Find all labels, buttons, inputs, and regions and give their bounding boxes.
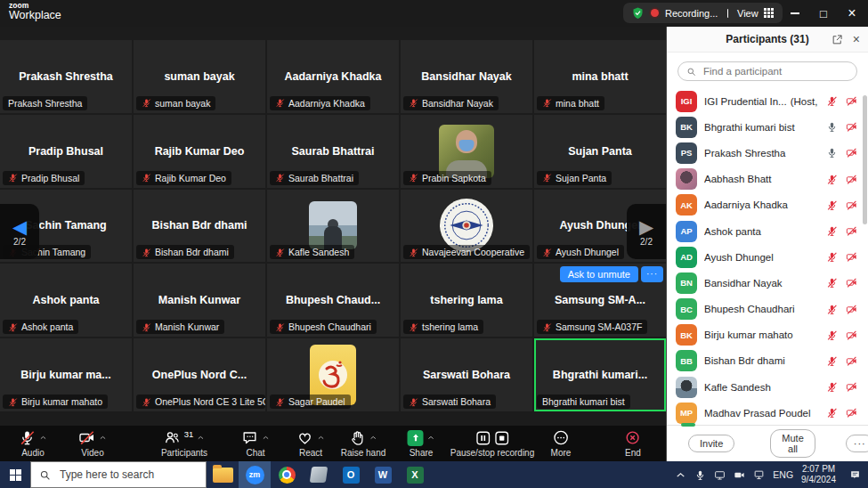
participant-row[interactable]: BB Bishan Bdr dhami — [667, 348, 868, 374]
react-button[interactable]: React — [296, 429, 325, 458]
maximize-button[interactable]: □ — [809, 0, 838, 27]
video-tile[interactable]: Bishan Bdr dhami Bishan Bdr dhami — [134, 190, 265, 263]
taskbar-chrome[interactable] — [271, 461, 303, 488]
participant-row[interactable]: PS Prakash Shrestha — [667, 140, 868, 166]
mic-muted-icon[interactable] — [826, 277, 838, 289]
video-tile[interactable]: Rajib Kumar Deo Rajib Kumar Deo — [134, 115, 265, 188]
minimize-button[interactable] — [781, 0, 809, 27]
taskbar-zoom-app[interactable]: zm — [239, 461, 271, 488]
hidden-icons-chevron[interactable] — [675, 469, 686, 481]
close-button[interactable]: × — [838, 0, 866, 27]
tray-mic-icon[interactable] — [694, 469, 706, 481]
chevron-up-icon[interactable] — [99, 434, 107, 442]
taskbar-app[interactable] — [303, 461, 335, 488]
video-tile[interactable]: suman bayak suman bayak — [134, 40, 265, 113]
taskbar-word[interactable]: W — [367, 461, 399, 488]
mic-muted-icon[interactable] — [826, 95, 838, 107]
video-tile[interactable]: Kafle Sandesh — [267, 190, 399, 263]
mic-on-icon[interactable] — [826, 121, 838, 133]
participants-button[interactable]: 31 Participants — [161, 429, 207, 458]
end-meeting-button[interactable]: End — [625, 429, 641, 458]
view-button[interactable]: View — [728, 3, 783, 23]
start-button[interactable] — [0, 461, 30, 488]
video-tile[interactable]: OnePlus Nord C... OnePlus Nord CE 3 Lite… — [134, 338, 265, 411]
language-indicator[interactable]: ENG — [773, 469, 793, 480]
mute-all-button[interactable]: Mute all — [770, 429, 815, 458]
chevron-up-icon[interactable] — [39, 434, 47, 442]
chat-button[interactable]: Chat — [241, 429, 270, 458]
tile-more-options-button[interactable]: ··· — [641, 266, 663, 282]
panel-more-button[interactable]: ··· — [846, 435, 868, 452]
mic-on-icon[interactable] — [826, 147, 838, 159]
stop-recording-icon[interactable] — [493, 430, 509, 446]
video-tile-active-speaker[interactable]: Bhgrathi kumari... Bhgrathi kumari bist — [534, 338, 666, 411]
more-button[interactable]: More — [551, 429, 572, 458]
share-button[interactable]: Share — [408, 429, 435, 458]
participant-row[interactable]: Kafle Sandesh — [667, 374, 868, 400]
video-tile[interactable]: Aadarniya Khadka Aadarniya Khadka — [267, 40, 399, 113]
video-tile[interactable]: Pradip Bhusal Pradip Bhusal — [0, 115, 132, 188]
mic-muted-icon[interactable] — [826, 407, 838, 419]
participant-row[interactable]: AP Ashok panta — [667, 218, 868, 244]
camera-off-icon[interactable] — [846, 329, 857, 341]
video-tile[interactable]: Prabin Sapkota — [401, 115, 532, 188]
participant-row[interactable]: MP Madhav Prasad Poudel — [667, 400, 868, 425]
camera-off-icon[interactable] — [846, 381, 857, 393]
audio-button[interactable]: Audio — [19, 429, 47, 458]
participant-row[interactable]: BN Bansidhar Nayak — [667, 270, 868, 296]
video-tile[interactable]: Prakash Shrestha Prakash Shrestha — [0, 40, 132, 113]
pause-recording-icon[interactable] — [475, 430, 491, 446]
chevron-up-icon[interactable] — [369, 434, 377, 442]
chevron-up-icon[interactable] — [262, 434, 270, 442]
mic-muted-icon[interactable] — [826, 329, 838, 341]
mic-muted-icon[interactable] — [826, 355, 838, 367]
video-tile[interactable]: Sujan Panta Sujan Panta — [534, 115, 666, 188]
camera-off-icon[interactable] — [846, 407, 857, 419]
participant-row[interactable]: AD Ayush Dhungel — [667, 244, 868, 270]
participant-row[interactable]: AK Aadarniya Khadka — [667, 192, 868, 218]
tray-display-icon[interactable] — [714, 469, 726, 481]
participant-search-box[interactable] — [677, 61, 857, 81]
video-tile[interactable]: Bhupesh Chaud... Bhupesh Chaudhari — [267, 264, 399, 337]
camera-off-icon[interactable] — [846, 251, 857, 263]
participant-row[interactable]: IGI IGI Prudential In...(Host, me) — [667, 88, 868, 114]
mic-muted-icon[interactable] — [826, 304, 838, 315]
camera-off-icon[interactable] — [846, 174, 857, 185]
taskbar-clock[interactable]: 2:07 PM 9/4/2024 — [801, 464, 836, 486]
mic-muted-icon[interactable] — [826, 381, 838, 393]
camera-off-icon[interactable] — [846, 199, 857, 211]
camera-off-icon[interactable] — [846, 225, 857, 237]
participant-row[interactable]: Aabhash Bhatt — [667, 167, 868, 192]
ask-to-unmute-button[interactable]: Ask to unmute — [560, 266, 638, 282]
notification-center-icon[interactable] — [849, 469, 861, 481]
taskbar-outlook[interactable]: O — [335, 461, 367, 488]
camera-off-icon[interactable] — [846, 304, 857, 315]
tray-network-icon[interactable] — [753, 469, 765, 481]
chevron-up-icon[interactable] — [317, 434, 325, 442]
participant-row[interactable]: BK Birju kumar mahato — [667, 322, 868, 348]
camera-off-icon[interactable] — [846, 95, 857, 107]
pop-out-icon[interactable] — [831, 34, 843, 45]
video-tile[interactable]: mina bhatt mina bhatt — [534, 40, 666, 113]
camera-off-icon[interactable] — [846, 147, 857, 159]
video-tile[interactable]: Navajeevan Cooperative — [401, 190, 532, 263]
video-tile[interactable]: Birju kumar ma... Birju kumar mahato — [0, 338, 132, 411]
next-page-arrow[interactable]: ▶ 2/2 — [627, 204, 666, 259]
taskbar-file-explorer[interactable] — [207, 461, 239, 488]
video-tile[interactable]: Saurab Bhattrai Saurab Bhattrai — [267, 115, 399, 188]
panel-close-icon[interactable]: × — [853, 33, 860, 45]
video-tile[interactable]: tshering lama tshering lama — [401, 264, 532, 337]
pause-stop-recording-button[interactable]: Pause/stop recording — [450, 429, 535, 458]
search-input[interactable] — [702, 65, 848, 77]
participant-row[interactable]: BK Bhgrathi kumari bist — [667, 114, 868, 140]
raise-hand-button[interactable]: Raise hand — [341, 429, 386, 458]
scrollbar-thumb[interactable] — [863, 95, 867, 224]
camera-off-icon[interactable] — [846, 121, 857, 133]
participant-row[interactable]: BC Bhupesh Chaudhari — [667, 297, 868, 322]
video-tile[interactable]: Manish Kunwar Manish Kunwar — [134, 264, 265, 337]
taskbar-search-box[interactable] — [30, 461, 207, 488]
video-tile[interactable]: Sarswati Bohara Sarswati Bohara — [401, 338, 532, 411]
video-tile[interactable]: Ashok panta Ashok panta — [0, 264, 132, 337]
mic-muted-icon[interactable] — [826, 174, 838, 185]
tray-camera-icon[interactable] — [734, 469, 745, 481]
